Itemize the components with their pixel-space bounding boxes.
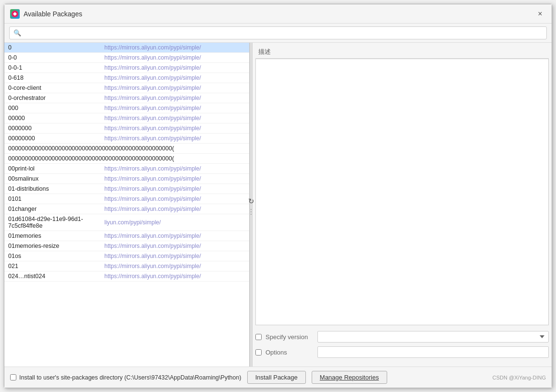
splitter-dot	[251, 211, 252, 212]
package-url: https://mirrors.aliyun.com/pypi/simple/	[104, 196, 245, 202]
options-input[interactable]	[317, 346, 549, 358]
bottom-bar: Install to user's site-packages director…	[4, 367, 552, 388]
package-name: 00smalinux	[8, 175, 104, 182]
title-bar-left: Available Packages	[10, 9, 82, 19]
install-package-button[interactable]: Install Package	[247, 371, 306, 384]
list-item[interactable]: 01changerhttps://mirrors.aliyun.com/pypi…	[4, 204, 249, 214]
list-item[interactable]: 01oshttps://mirrors.aliyun.com/pypi/simp…	[4, 251, 249, 261]
package-name: 00000	[8, 115, 104, 122]
options-label: Options	[265, 349, 314, 356]
available-packages-dialog: Available Packages × 0https://mirrors.al…	[4, 4, 552, 388]
install-user-site-checkbox[interactable]	[10, 374, 16, 380]
package-name: 0	[8, 44, 104, 51]
package-url: https://mirrors.aliyun.com/pypi/simple/	[104, 165, 245, 172]
version-dropdown[interactable]	[317, 331, 549, 343]
list-item[interactable]: 0https://mirrors.aliyun.com/pypi/simple/	[4, 43, 249, 53]
search-bar	[4, 24, 552, 43]
package-name: 01-distributions	[8, 185, 104, 192]
search-input[interactable]	[9, 26, 547, 39]
specify-version-row: Specify version	[255, 331, 549, 343]
package-name: 0-orchestrator	[8, 95, 104, 101]
title-bar: Available Packages ×	[4, 4, 552, 24]
package-name: 01memories-resize	[8, 243, 104, 249]
install-checkbox-wrapper: Install to user's site-packages director…	[10, 374, 241, 381]
package-name: 0000000	[8, 125, 104, 132]
package-url: liyun.com/pypi/simple/	[104, 219, 245, 226]
package-name: 01d61084-d29e-11e9-96d1-7c5cf84ffe8e	[8, 216, 104, 229]
list-item[interactable]: 0-0-1https://mirrors.aliyun.com/pypi/sim…	[4, 63, 249, 73]
main-content: 0https://mirrors.aliyun.com/pypi/simple/…	[4, 43, 552, 367]
package-url: https://mirrors.aliyun.com/pypi/simple/	[104, 206, 245, 212]
list-item[interactable]: 0101https://mirrors.aliyun.com/pypi/simp…	[4, 194, 249, 204]
package-name: 00000000	[8, 135, 104, 142]
dialog-title: Available Packages	[24, 10, 82, 18]
package-name: 0000000000000000000000000000000000000000…	[8, 145, 174, 152]
package-url: https://mirrors.aliyun.com/pypi/simple/	[104, 273, 245, 280]
manage-repositories-button[interactable]: Manage Repositories	[312, 371, 387, 384]
package-name: 000	[8, 105, 104, 111]
package-url: https://mirrors.aliyun.com/pypi/simple/	[104, 95, 245, 101]
description-box	[255, 59, 549, 325]
options-section: Specify version Options	[255, 329, 549, 364]
right-panel: 描述 Specify version Options	[253, 43, 552, 367]
list-item[interactable]: 00print-lolhttps://mirrors.aliyun.com/py…	[4, 164, 249, 174]
list-item[interactable]: 0-0https://mirrors.aliyun.com/pypi/simpl…	[4, 53, 249, 63]
app-icon	[10, 9, 20, 19]
package-url: https://mirrors.aliyun.com/pypi/simple/	[104, 105, 245, 111]
package-url: https://mirrors.aliyun.com/pypi/simple/	[104, 74, 245, 81]
package-url: https://mirrors.aliyun.com/pypi/simple/	[104, 233, 245, 239]
options-row: Options	[255, 346, 549, 358]
package-url: https://mirrors.aliyun.com/pypi/simple/	[104, 243, 245, 249]
watermark: CSDN @XiYang-DING	[493, 375, 546, 380]
package-url: https://mirrors.aliyun.com/pypi/simple/	[104, 85, 245, 91]
package-url: https://mirrors.aliyun.com/pypi/simple/	[104, 54, 245, 61]
list-item[interactable]: 0-618https://mirrors.aliyun.com/pypi/sim…	[4, 73, 249, 83]
package-url: https://mirrors.aliyun.com/pypi/simple/	[104, 135, 245, 142]
list-item[interactable]: 01memories-resizehttps://mirrors.aliyun.…	[4, 241, 249, 251]
package-url: https://mirrors.aliyun.com/pypi/simple/	[104, 185, 245, 192]
package-name: 0-0-1	[8, 64, 104, 71]
list-item[interactable]: 024…ntist024https://mirrors.aliyun.com/p…	[4, 271, 249, 282]
package-url: https://mirrors.aliyun.com/pypi/simple/	[104, 253, 245, 259]
description-header: 描述	[255, 46, 549, 59]
package-url: https://mirrors.aliyun.com/pypi/simple/	[104, 263, 245, 270]
package-name: 0-0	[8, 54, 104, 61]
package-name: 0-core-client	[8, 85, 104, 91]
list-item[interactable]: 0000000https://mirrors.aliyun.com/pypi/s…	[4, 123, 249, 134]
left-panel: 0https://mirrors.aliyun.com/pypi/simple/…	[4, 43, 250, 367]
package-name: 01os	[8, 253, 104, 259]
list-item[interactable]: 00000https://mirrors.aliyun.com/pypi/sim…	[4, 113, 249, 123]
package-name: 01memories	[8, 233, 104, 239]
options-checkbox[interactable]	[255, 349, 262, 355]
package-url: https://mirrors.aliyun.com/pypi/simple/	[104, 64, 245, 71]
package-name: 0000000000000000000000000000000000000000…	[8, 155, 174, 162]
specify-version-checkbox[interactable]	[255, 334, 262, 340]
list-item[interactable]: 021https://mirrors.aliyun.com/pypi/simpl…	[4, 261, 249, 271]
splitter-dot	[251, 209, 252, 210]
specify-version-label: Specify version	[265, 333, 314, 341]
list-item[interactable]: 0-orchestratorhttps://mirrors.aliyun.com…	[4, 93, 249, 103]
package-url: https://mirrors.aliyun.com/pypi/simple/	[104, 115, 245, 122]
list-item[interactable]: 01d61084-d29e-11e9-96d1-7c5cf84ffe8eliyu…	[4, 214, 249, 231]
list-item[interactable]: 0000000000000000000000000000000000000000…	[4, 144, 249, 154]
package-name: 0-618	[8, 74, 104, 81]
install-user-site-label: Install to user's site-packages director…	[19, 374, 241, 381]
package-name: 00print-lol	[8, 165, 104, 172]
list-item[interactable]: 000https://mirrors.aliyun.com/pypi/simpl…	[4, 103, 249, 113]
package-url: https://mirrors.aliyun.com/pypi/simple/	[104, 175, 245, 182]
list-item[interactable]: 01memorieshttps://mirrors.aliyun.com/pyp…	[4, 231, 249, 241]
list-item[interactable]: 00smalinuxhttps://mirrors.aliyun.com/pyp…	[4, 174, 249, 184]
package-url: https://mirrors.aliyun.com/pypi/simple/	[104, 125, 245, 132]
list-item[interactable]: 00000000https://mirrors.aliyun.com/pypi/…	[4, 134, 249, 144]
close-button[interactable]: ×	[534, 8, 546, 20]
package-name: 0101	[8, 196, 104, 202]
package-name: 024…ntist024	[8, 273, 104, 280]
package-name: 01changer	[8, 206, 104, 212]
list-item[interactable]: 0-core-clienthttps://mirrors.aliyun.com/…	[4, 83, 249, 93]
list-item[interactable]: 0000000000000000000000000000000000000000…	[4, 154, 249, 164]
splitter-dot	[251, 214, 252, 215]
package-url: https://mirrors.aliyun.com/pypi/simple/	[104, 44, 245, 51]
list-item[interactable]: 01-distributionshttps://mirrors.aliyun.c…	[4, 184, 249, 194]
package-name: 021	[8, 263, 104, 270]
package-list[interactable]: 0https://mirrors.aliyun.com/pypi/simple/…	[4, 43, 249, 367]
